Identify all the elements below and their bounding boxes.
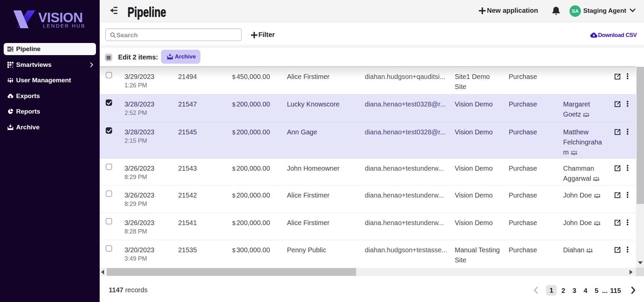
svg-text:VISION: VISION <box>38 10 83 25</box>
svg-text:LENDER HUB: LENDER HUB <box>43 23 86 29</box>
